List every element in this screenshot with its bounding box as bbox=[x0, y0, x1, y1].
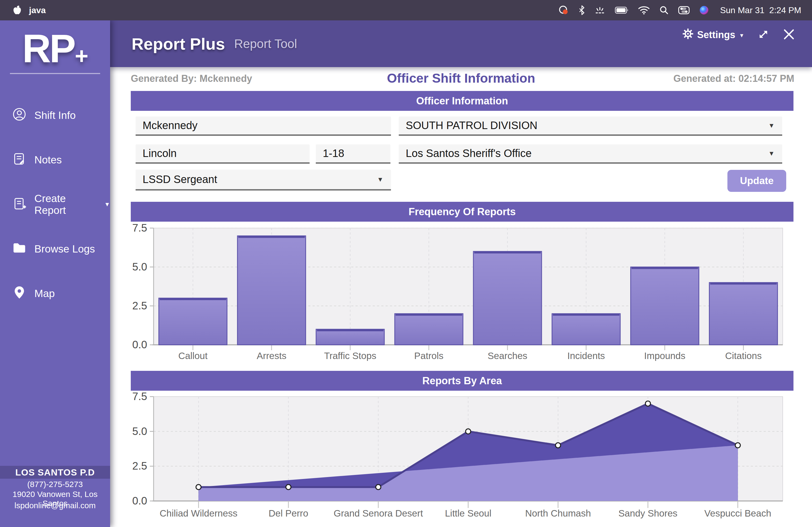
chevron-down-icon: ▼ bbox=[377, 176, 383, 183]
app-title: Report Plus bbox=[132, 34, 225, 54]
svg-text:Traffic Stops: Traffic Stops bbox=[324, 350, 376, 361]
chevron-down-icon: ▼ bbox=[768, 150, 775, 157]
department-dropdown[interactable]: Los Santos Sheriff's Office ▼ bbox=[399, 144, 782, 164]
svg-text:North Chumash: North Chumash bbox=[525, 508, 591, 518]
department-value: Los Santos Sheriff's Office bbox=[399, 147, 532, 160]
svg-text:Citations: Citations bbox=[725, 350, 762, 361]
section-reports-by-area: Reports By Area bbox=[131, 371, 794, 391]
sidebar-footer-phone: (877)-275-5273 bbox=[0, 480, 110, 489]
sidebar-item-label: Map bbox=[34, 288, 55, 299]
svg-text:Incidents: Incidents bbox=[567, 350, 605, 361]
sidebar-item-create-report[interactable]: Create Report ▼ bbox=[0, 194, 110, 215]
control-center-icon[interactable] bbox=[678, 6, 690, 14]
first-name-input[interactable] bbox=[135, 144, 309, 162]
wifi-icon[interactable] bbox=[638, 6, 650, 15]
first-name-field-wrap bbox=[135, 144, 309, 164]
sidebar-item-label: Browse Logs bbox=[34, 243, 95, 255]
svg-text:Callout: Callout bbox=[178, 350, 207, 361]
header-controls: Settings ▼ bbox=[683, 26, 795, 44]
sidebar-item-browse-logs[interactable]: Browse Logs bbox=[0, 239, 110, 259]
menu-app-name[interactable]: java bbox=[29, 0, 46, 20]
menu-status-area: Sun Mar 31 2:24 PM bbox=[558, 0, 801, 20]
map-pin-icon bbox=[12, 286, 26, 302]
svg-text:Chiliad Wilderness: Chiliad Wilderness bbox=[160, 508, 237, 518]
division-dropdown[interactable]: SOUTH PATROL DIVISION ▼ bbox=[399, 117, 782, 136]
create-report-icon bbox=[12, 196, 26, 213]
sidebar: RP+ Shift Info Notes bbox=[0, 20, 110, 527]
app-header: Report Plus Report Tool bbox=[110, 20, 812, 67]
spotlight-icon[interactable] bbox=[659, 6, 669, 15]
svg-text:Vespucci Beach: Vespucci Beach bbox=[704, 508, 771, 518]
notes-icon bbox=[12, 152, 26, 168]
sidebar-item-label: Notes bbox=[34, 154, 62, 166]
application-window: java bbox=[0, 0, 812, 527]
close-button[interactable] bbox=[782, 28, 795, 42]
settings-button[interactable]: Settings ▼ bbox=[683, 28, 744, 42]
sidebar-item-notes[interactable]: Notes bbox=[0, 150, 110, 170]
division-value: SOUTH PATROL DIVISION bbox=[399, 119, 537, 132]
screen-record-icon[interactable] bbox=[558, 4, 569, 16]
svg-text:Searches: Searches bbox=[488, 350, 527, 361]
generated-at-label: Generated at: 02:14:57 PM bbox=[673, 73, 794, 84]
svg-text:Grand Senora Desert: Grand Senora Desert bbox=[334, 508, 423, 518]
siri-icon[interactable] bbox=[699, 5, 709, 15]
app-brand: Report Plus Report Tool bbox=[132, 20, 297, 67]
expand-button[interactable] bbox=[757, 28, 770, 42]
menu-clock[interactable]: Sun Mar 31 2:24 PM bbox=[720, 5, 801, 15]
keyboard-brightness-icon[interactable] bbox=[595, 5, 605, 15]
svg-text:Sandy Shores: Sandy Shores bbox=[619, 508, 678, 518]
svg-text:2.5: 2.5 bbox=[132, 300, 147, 312]
app-subtitle: Report Tool bbox=[234, 36, 297, 51]
last-name-input[interactable] bbox=[135, 117, 391, 134]
svg-text:5.0: 5.0 bbox=[132, 425, 147, 437]
svg-text:Arrests: Arrests bbox=[257, 350, 287, 361]
chevron-down-icon: ▼ bbox=[739, 32, 744, 39]
app-logo: RP+ bbox=[0, 25, 110, 73]
svg-text:0.0: 0.0 bbox=[132, 338, 147, 350]
sidebar-divider bbox=[10, 73, 100, 74]
battery-icon[interactable] bbox=[615, 7, 628, 14]
svg-text:Patrols: Patrols bbox=[414, 350, 444, 361]
rank-dropdown[interactable]: LSSD Sergeant ▼ bbox=[135, 169, 391, 191]
sidebar-footer-org: LOS SANTOS P.D bbox=[0, 466, 110, 479]
bluetooth-icon[interactable] bbox=[579, 5, 585, 15]
svg-text:0.0: 0.0 bbox=[132, 495, 147, 507]
settings-label: Settings bbox=[697, 29, 735, 41]
rank-value: LSSD Sergeant bbox=[135, 174, 217, 185]
callsign-field-wrap bbox=[316, 144, 390, 164]
svg-text:2.5: 2.5 bbox=[132, 460, 147, 472]
section-officer-information: Officer Information bbox=[131, 91, 794, 111]
chevron-down-icon: ▼ bbox=[768, 122, 775, 129]
update-button[interactable]: Update bbox=[727, 170, 786, 192]
sidebar-item-label: Create Report bbox=[34, 193, 92, 216]
svg-text:7.5: 7.5 bbox=[132, 223, 147, 234]
sidebar-footer-email: lspdonline@gmail.com bbox=[0, 501, 110, 510]
sidebar-item-label: Shift Info bbox=[34, 109, 76, 121]
callsign-input[interactable] bbox=[316, 144, 390, 162]
svg-text:5.0: 5.0 bbox=[132, 261, 147, 273]
svg-text:7.5: 7.5 bbox=[132, 392, 147, 402]
gear-icon bbox=[683, 28, 693, 42]
section-frequency-of-reports: Frequency Of Reports bbox=[131, 202, 794, 222]
macos-menu-bar: java bbox=[0, 0, 812, 20]
folder-icon bbox=[12, 241, 26, 257]
last-name-field-wrap bbox=[135, 117, 391, 136]
apple-menu-icon[interactable] bbox=[12, 5, 22, 16]
sidebar-item-map[interactable]: Map bbox=[0, 283, 110, 304]
user-icon bbox=[12, 107, 26, 124]
svg-text:Impounds: Impounds bbox=[644, 350, 685, 361]
svg-text:Little Seoul: Little Seoul bbox=[445, 508, 491, 518]
svg-text:Del Perro: Del Perro bbox=[269, 508, 308, 518]
frequency-of-reports-chart: 0.02.55.07.5CalloutArrestsTraffic StopsP… bbox=[129, 223, 795, 367]
chevron-down-icon: ▼ bbox=[104, 201, 110, 208]
reports-by-area-chart: 0.02.55.07.5Chiliad WildernessDel PerroG… bbox=[129, 392, 795, 526]
sidebar-item-shift-info[interactable]: Shift Info bbox=[0, 105, 110, 125]
